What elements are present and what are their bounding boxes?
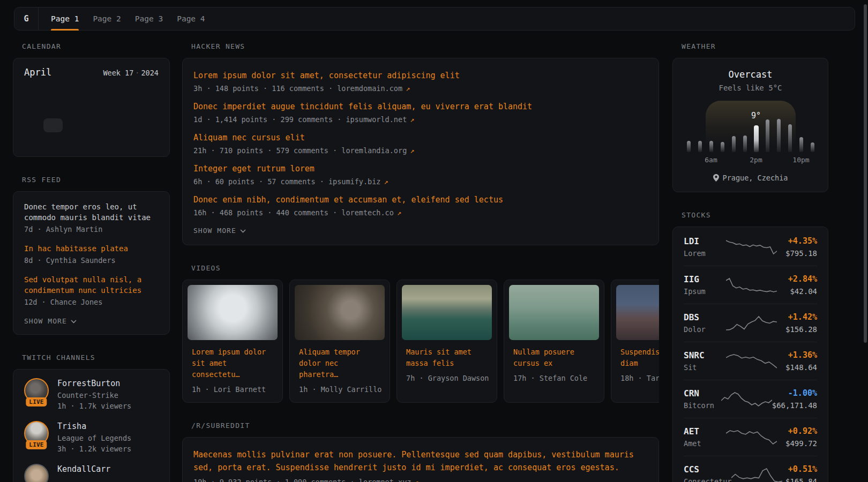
rss-list: Donec tempor eros leo, ut commodo mauris… bbox=[24, 201, 159, 307]
stock-name: Dolor bbox=[684, 325, 726, 334]
calendar-weekday-header bbox=[24, 85, 43, 99]
subreddit-post-meta-text: 19h · 9,932 points · 1,090 comments · lo… bbox=[193, 478, 411, 482]
external-link-icon[interactable]: ↗ bbox=[406, 84, 410, 93]
video-card[interactable]: Suspendisse diam 18h · Tara bbox=[611, 280, 659, 403]
weather-bar bbox=[788, 124, 792, 152]
page-content: CALENDAR April Week 17·2024 RSS FEED Don… bbox=[13, 42, 828, 482]
separator-dot: · bbox=[133, 69, 141, 77]
weather-feels-like: Feels like 5°C bbox=[682, 84, 819, 92]
middle-column: HACKER NEWS Lorem ipsum dolor sit amet, … bbox=[182, 42, 659, 482]
stock-ticker: IIG bbox=[684, 274, 726, 285]
stock-row[interactable]: DBS Dolor +1.42% $156.28 bbox=[684, 304, 817, 342]
twitch-section-label: TWITCH CHANNELS bbox=[22, 353, 170, 363]
stock-name: Ipsum bbox=[684, 287, 726, 296]
stock-ticker: DBS bbox=[684, 312, 726, 323]
calendar-year: 2024 bbox=[141, 69, 159, 77]
stock-sparkline bbox=[726, 429, 777, 445]
subreddit-post-meta: 19h · 9,932 points · 1,090 comments · lo… bbox=[193, 478, 648, 482]
external-link-icon[interactable]: ↗ bbox=[397, 208, 401, 217]
stock-row[interactable]: CCS Consectetur +0.51% $165.84 bbox=[684, 456, 817, 482]
twitch-channel-category: League of Legends bbox=[57, 433, 131, 443]
rss-item: In hac habitasse platea 8d · Cynthia Sau… bbox=[24, 243, 159, 266]
twitch-channel-name: Trisha bbox=[57, 421, 131, 432]
external-link-icon[interactable]: ↗ bbox=[414, 478, 418, 482]
live-badge: LIVE bbox=[26, 440, 47, 449]
external-link-icon[interactable]: ↗ bbox=[410, 115, 414, 124]
stock-sparkline bbox=[726, 315, 777, 331]
subreddit-post-title[interactable]: Maecenas mollis pulvinar erat non posuer… bbox=[193, 448, 648, 474]
live-badge: LIVE bbox=[26, 397, 47, 406]
video-card[interactable]: Nullam posuere cursus ex 17h · Stefan Co… bbox=[504, 280, 604, 403]
calendar-day bbox=[120, 135, 139, 149]
stock-values: +4.35% $795.18 bbox=[777, 236, 817, 258]
hackernews-item-title[interactable]: Donec enim nibh, condimentum et accumsan… bbox=[193, 194, 648, 206]
twitch-channel[interactable]: LIVE Trisha League of Legends 3h · 1.2k … bbox=[24, 421, 159, 454]
video-card[interactable]: Aliquam tempor dolor nec pharetra… 1h · … bbox=[289, 280, 390, 403]
chevron-down-icon bbox=[240, 229, 246, 233]
video-thumbnail bbox=[402, 285, 492, 340]
stock-price: $499.72 bbox=[777, 439, 817, 448]
video-thumbnail bbox=[188, 285, 278, 340]
stock-row[interactable]: SNRC Sit +1.36% $148.64 bbox=[684, 342, 817, 380]
hackernews-item: Integer eget rutrum lorem 6h · 60 points… bbox=[193, 163, 648, 186]
weather-bar-slot bbox=[762, 116, 773, 152]
weather-current-temp: 9° bbox=[751, 111, 761, 120]
external-link-icon[interactable]: ↗ bbox=[410, 146, 414, 155]
twitch-channel[interactable]: KendallCarr bbox=[24, 464, 159, 482]
hackernews-item-title[interactable]: Integer eget rutrum lorem bbox=[193, 163, 648, 175]
rss-item-title[interactable]: In hac habitasse platea bbox=[24, 243, 159, 254]
calendar-week-year: Week 17·2024 bbox=[103, 69, 159, 77]
tab-page-1[interactable]: Page 1 bbox=[44, 7, 86, 30]
calendar-day bbox=[43, 102, 63, 116]
video-title: Nullam posuere cursus ex bbox=[513, 347, 595, 369]
hackernews-item-title[interactable]: Donec imperdiet augue tincidunt felis al… bbox=[193, 101, 648, 112]
hackernews-item-title[interactable]: Lorem ipsum dolor sit amet, consectetur … bbox=[193, 70, 648, 81]
tab-page-3[interactable]: Page 3 bbox=[128, 7, 170, 30]
weather-section-label: WEATHER bbox=[682, 42, 828, 51]
calendar-grid bbox=[24, 85, 159, 149]
calendar-day-selected bbox=[43, 118, 63, 132]
weather-location-row: Prague, Czechia bbox=[682, 174, 819, 182]
rss-show-more-button[interactable]: SHOW MORE bbox=[24, 316, 159, 327]
stock-values: +1.36% $148.64 bbox=[777, 350, 817, 372]
calendar-weekday-header bbox=[101, 85, 120, 99]
external-link-icon[interactable]: ↗ bbox=[384, 177, 388, 186]
weather-bar bbox=[777, 119, 781, 152]
twitch-channel[interactable]: LIVE ForrestBurton Counter-Strike 1h · 1… bbox=[24, 378, 159, 411]
rss-item-title[interactable]: Sed volutpat nulla nisl, a condimentum n… bbox=[24, 274, 159, 296]
stock-sparkline bbox=[726, 277, 777, 293]
calendar-section: CALENDAR April Week 17·2024 bbox=[13, 42, 170, 157]
stock-price: $156.28 bbox=[777, 325, 817, 334]
calendar-day bbox=[82, 135, 101, 149]
tab-page-2[interactable]: Page 2 bbox=[86, 7, 128, 30]
stock-row[interactable]: CRN Bitcorn -1.00% $66,171.48 bbox=[684, 380, 817, 418]
weather-bar-slot bbox=[706, 116, 717, 152]
app-logo[interactable]: G bbox=[14, 7, 39, 30]
stock-row[interactable]: IIG Ipsum +2.84% $42.04 bbox=[684, 266, 817, 304]
video-card[interactable]: Lorem ipsum dolor sit amet consectetu… 1… bbox=[182, 280, 283, 403]
video-card[interactable]: Mauris sit amet massa felis 7h · Grayson… bbox=[396, 280, 497, 403]
stock-values: +0.92% $499.72 bbox=[777, 426, 817, 448]
page-scrollbar[interactable] bbox=[863, 0, 868, 482]
stock-change: +4.35% bbox=[777, 236, 817, 247]
weather-bar-slot bbox=[784, 116, 796, 152]
rss-item-title[interactable]: Donec tempor eros leo, ut commodo mauris… bbox=[24, 201, 159, 223]
weather-bar bbox=[766, 119, 769, 152]
video-thumbnail bbox=[509, 285, 599, 340]
tab-page-4[interactable]: Page 4 bbox=[170, 7, 212, 30]
stock-row[interactable]: LDI Lorem +4.35% $795.18 bbox=[684, 228, 817, 266]
twitch-channel-category: Counter-Strike bbox=[57, 390, 131, 401]
calendar-day bbox=[101, 118, 120, 132]
page-tab-label: Page 4 bbox=[177, 14, 205, 23]
video-byline: 1h · Molly Carrillo bbox=[299, 385, 380, 395]
scrollbar-thumb[interactable] bbox=[864, 4, 867, 343]
video-title: Lorem ipsum dolor sit amet consectetu… bbox=[192, 347, 273, 380]
stock-row[interactable]: AET Amet +0.92% $499.72 bbox=[684, 418, 817, 456]
stock-id: SNRC Sit bbox=[684, 350, 726, 372]
hackernews-item-title[interactable]: Aliquam nec cursus elit bbox=[193, 132, 648, 144]
calendar-day bbox=[24, 102, 43, 116]
chevron-down-icon bbox=[71, 320, 77, 323]
stocks-section-label: STOCKS bbox=[682, 210, 828, 220]
hackernews-show-more-button[interactable]: SHOW MORE bbox=[193, 225, 648, 236]
weather-bar bbox=[754, 125, 759, 152]
